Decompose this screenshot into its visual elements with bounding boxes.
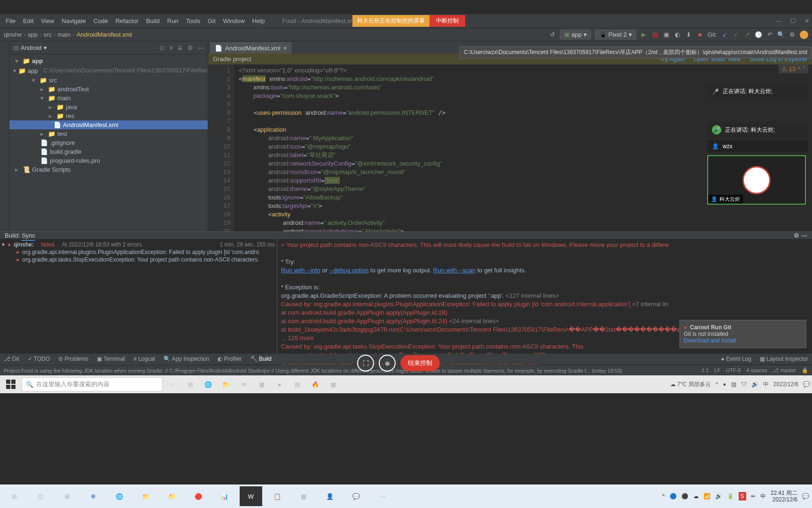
chrome-icon[interactable]: 🔴 <box>187 486 210 506</box>
line-separator[interactable]: LF <box>714 367 720 373</box>
run-icon[interactable]: ▶ <box>640 31 648 39</box>
crumb-app[interactable]: app <box>28 31 38 38</box>
git-history-icon[interactable]: 🕒 <box>755 31 762 39</box>
menu-file[interactable]: File <box>2 16 19 26</box>
app-icon[interactable]: 📊 <box>213 486 236 506</box>
crumb-project[interactable]: qinshe <box>4 31 22 38</box>
menu-tools[interactable]: Tools <box>183 16 203 26</box>
wps-icon[interactable]: W <box>240 486 262 506</box>
menu-refactor[interactable]: Refactor <box>112 16 142 26</box>
terminal-tool-button[interactable]: ▣ Terminal <box>97 356 125 362</box>
git-pull-icon[interactable]: ↙ <box>721 31 728 39</box>
sync-icon[interactable]: ↺ <box>548 31 556 39</box>
project-view-dropdown[interactable]: Android <box>21 44 42 51</box>
close-icon[interactable]: ✕ <box>804 17 810 24</box>
app-icon[interactable]: ▤ <box>289 377 305 392</box>
build-output[interactable]: > Your project path contains non-ASCII c… <box>277 239 812 370</box>
search-input[interactable]: 🔍在这里输入你要搜索的内容 <box>22 377 163 391</box>
menu-code[interactable]: Code <box>90 16 111 26</box>
interrupt-control-button[interactable]: 中断控制 <box>429 15 465 27</box>
app-icon[interactable]: ⋯ <box>371 486 394 506</box>
download-install-link[interactable]: Download and Install <box>684 337 802 344</box>
cortana-icon[interactable]: ○ <box>164 377 180 392</box>
maximize-icon[interactable]: ☐ <box>790 17 796 24</box>
menu-help[interactable]: Help <box>249 16 268 26</box>
build-tool-button[interactable]: 🔨 Build <box>250 356 272 362</box>
menu-git[interactable]: Git <box>204 16 219 26</box>
hide-icon[interactable]: — <box>198 44 204 51</box>
taskview-icon[interactable]: ⊡ <box>29 486 52 506</box>
host-system-tray[interactable]: ^🔵⚫☁📶🔊🔋 S✏中 22:41 周二2022/12/6 💬 <box>662 490 809 503</box>
app-icon[interactable]: ▦ <box>292 486 315 506</box>
app-icon[interactable]: ❋ <box>82 486 104 506</box>
todo-tool-button[interactable]: ✓ TODO <box>28 356 50 362</box>
lock-icon[interactable]: 🔒 <box>802 367 808 373</box>
appinspection-tool-button[interactable]: 🔍 App Inspection <box>164 356 209 362</box>
app-icon[interactable]: 🔥 <box>307 377 323 392</box>
stop-icon[interactable]: ■ <box>696 31 704 39</box>
crumb-file[interactable]: AndroidManifest.xml <box>77 31 132 38</box>
build-gear-icon[interactable]: ⚙ <box>794 232 799 239</box>
search-icon[interactable]: 🔍 <box>777 31 785 39</box>
inspection-indicator[interactable]: ⚠ 13 ^ ˅ <box>779 64 808 73</box>
app-icon[interactable]: 👤 <box>319 486 341 506</box>
weather-widget[interactable]: ☁ 7°C 局部多云 <box>670 381 711 389</box>
build-hide-icon[interactable]: — <box>801 232 807 239</box>
zoom-in-icon[interactable]: ⊕ <box>379 355 396 372</box>
start-button[interactable]: ⊞ <box>3 486 25 506</box>
app-icon[interactable]: 📋 <box>266 486 289 506</box>
profiler-icon[interactable]: ◐ <box>674 31 681 39</box>
layoutinspector-tool-button[interactable]: ▦ Layout Inspector <box>760 356 808 362</box>
avatar-icon[interactable] <box>800 31 808 39</box>
crumb-src[interactable]: src <box>44 31 52 38</box>
fullscreen-icon[interactable]: ⛶ <box>357 355 374 372</box>
git-commit-icon[interactable]: ✓ <box>732 31 740 39</box>
crumb-main[interactable]: main <box>57 31 70 38</box>
git-tool-button[interactable]: ⎇ Git <box>4 356 19 362</box>
explorer-icon[interactable]: 📁 <box>218 377 234 392</box>
select-opened-icon[interactable]: ⊙ <box>159 44 164 51</box>
menu-run[interactable]: Run <box>164 16 182 26</box>
git-branch[interactable]: ⎇ master <box>773 367 796 373</box>
profiler-tool-button[interactable]: ◐ Profiler <box>218 356 242 362</box>
logcat-tool-button[interactable]: ≡ Logcat <box>133 356 155 362</box>
indent[interactable]: 4 spaces <box>746 367 767 373</box>
menu-edit[interactable]: Edit <box>20 16 37 26</box>
gear-icon[interactable]: ⚙ <box>187 44 193 51</box>
menu-view[interactable]: View <box>38 16 57 26</box>
git-push-icon[interactable]: ↗ <box>743 31 751 39</box>
app-icon[interactable]: 🖥 <box>55 486 78 506</box>
attach-icon[interactable]: ⬇ <box>685 31 693 39</box>
menu-navigate[interactable]: Navigate <box>58 16 89 26</box>
menu-window[interactable]: Window <box>220 16 248 26</box>
participant-video[interactable]: 👤科大云炬 <box>707 155 806 205</box>
app-icon[interactable]: ▦ <box>325 377 341 392</box>
build-tree[interactable]: ▾●qinshe: failed At 2022/12/6 18:53 with… <box>0 239 277 370</box>
taskview-icon[interactable]: ⊞ <box>182 377 198 392</box>
end-control-button[interactable]: 结束控制 <box>400 355 440 371</box>
problems-tool-button[interactable]: ⊘ Problems <box>58 356 88 362</box>
run-config-dropdown[interactable]: ▣app▾ <box>560 30 591 40</box>
system-tray[interactable]: ☁ 7°C 局部多云 ^●▤🛡🔊中 2022/12/6💬 <box>670 381 810 389</box>
editor-tab[interactable]: 📄AndroidManifest.xml× <box>210 42 291 54</box>
encoding[interactable]: UTF-8 <box>726 367 741 373</box>
device-dropdown[interactable]: 📱Pixel 2▾ <box>595 30 636 40</box>
minimize-icon[interactable]: — <box>776 17 782 24</box>
git-revert-icon[interactable]: ↶ <box>766 31 773 39</box>
mail-icon[interactable]: ✉ <box>236 377 252 392</box>
debug-icon[interactable]: 🐞 <box>651 31 659 39</box>
edge-icon[interactable]: 🌐 <box>108 486 131 506</box>
app-icon[interactable]: ▦ <box>254 377 270 392</box>
edge-icon[interactable]: 🌐 <box>200 377 216 392</box>
explorer-icon[interactable]: 📁 <box>134 486 157 506</box>
start-button[interactable] <box>2 377 20 392</box>
settings-icon[interactable]: ⚙ <box>789 31 796 39</box>
wechat-icon[interactable]: 💬 <box>345 486 367 506</box>
expand-icon[interactable]: ≡ <box>169 44 173 51</box>
caret-position[interactable]: 1:1 <box>702 367 709 373</box>
tree-selected-item[interactable]: 📄AndroidManifest.xml <box>9 120 208 129</box>
menu-build[interactable]: Build <box>143 16 163 26</box>
eventlog-tool-button[interactable]: ● Event Log <box>721 356 751 362</box>
participant-wzx[interactable]: 👤wzx <box>707 140 808 152</box>
close-tab-icon[interactable]: × <box>283 45 287 52</box>
